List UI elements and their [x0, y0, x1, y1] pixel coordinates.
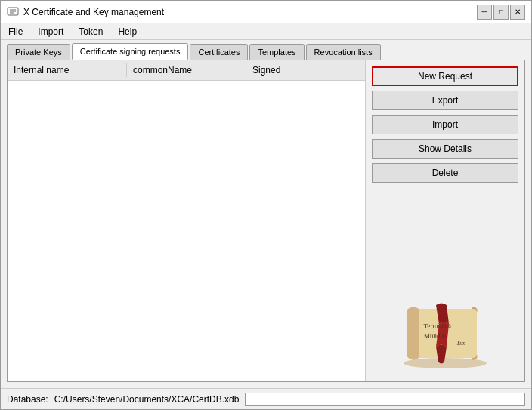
menu-import[interactable]: Import — [33, 25, 68, 39]
database-path: C:/Users/Steven/Documents/XCA/CertDB.xdb — [54, 394, 240, 405]
svg-text:Tim: Tim — [456, 340, 466, 347]
col-common-name: commonName — [127, 63, 246, 77]
content-panel: Internal name commonName Signed New Requ… — [7, 60, 525, 382]
export-button[interactable]: Export — [372, 91, 518, 110]
tabs-row: Private Keys Certificate signing request… — [1, 40, 531, 60]
new-request-button[interactable]: New Request — [372, 66, 518, 86]
tab-certificates[interactable]: Certificates — [190, 44, 248, 60]
col-internal-name: Internal name — [8, 63, 127, 77]
main-window: X Certificate and Key management ─ □ ✕ F… — [0, 0, 532, 410]
app-logo: Terminata Mundus Tim — [392, 301, 498, 369]
col-signed: Signed — [246, 63, 365, 77]
window-title: X Certificate and Key management — [23, 7, 477, 17]
status-label: Database: — [7, 394, 48, 405]
tab-private-keys[interactable]: Private Keys — [7, 44, 70, 60]
right-panel: New Request Export Import Show Details D… — [366, 60, 524, 381]
tab-templates[interactable]: Templates — [249, 44, 304, 60]
maximize-button[interactable]: □ — [493, 5, 509, 20]
status-bar: Database: C:/Users/Steven/Documents/XCA/… — [1, 388, 531, 409]
title-bar: X Certificate and Key management ─ □ ✕ — [1, 1, 531, 23]
table-body — [8, 81, 365, 307]
logo-area: Terminata Mundus Tim — [372, 187, 518, 375]
svg-text:Terminata: Terminata — [423, 322, 451, 330]
main-area: Internal name commonName Signed New Requ… — [1, 60, 531, 388]
menu-help[interactable]: Help — [113, 25, 141, 39]
close-button[interactable]: ✕ — [510, 5, 525, 20]
show-details-button[interactable]: Show Details — [372, 139, 518, 159]
tab-revocation[interactable]: Revocation lists — [306, 44, 381, 60]
svg-text:Mundus: Mundus — [424, 331, 447, 340]
menu-bar: File Import Token Help — [1, 23, 531, 40]
menu-token[interactable]: Token — [74, 25, 107, 39]
tab-csr[interactable]: Certificate signing requests — [72, 43, 189, 60]
minimize-button[interactable]: ─ — [477, 5, 492, 20]
table-area: Internal name commonName Signed — [8, 60, 366, 381]
import-button[interactable]: Import — [372, 115, 518, 134]
menu-file[interactable]: File — [4, 25, 27, 39]
delete-button[interactable]: Delete — [372, 163, 518, 183]
window-controls: ─ □ ✕ — [477, 5, 525, 20]
status-input[interactable] — [245, 393, 525, 406]
table-header: Internal name commonName Signed — [8, 60, 365, 81]
app-icon — [7, 6, 19, 18]
